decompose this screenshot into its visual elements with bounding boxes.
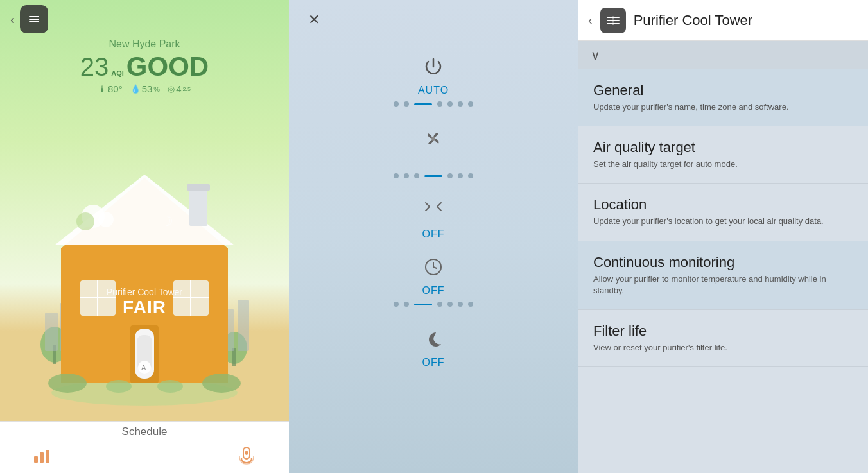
pm-unit: 2.5: [182, 86, 191, 92]
panel1-bottom-bar: Schedule: [0, 421, 289, 473]
expand-chevron[interactable]: ∨: [591, 48, 600, 62]
svg-point-3: [33, 19, 35, 20]
moon-svg-icon: [422, 327, 445, 350]
settings-back-button[interactable]: ‹: [588, 13, 593, 28]
svg-point-40: [106, 380, 132, 393]
weather-info: New Hyde Park 23 AQI GOOD 🌡 80° 💧 53% ◎ …: [0, 39, 289, 94]
sleep-control: OFF: [289, 323, 578, 374]
svg-point-38: [48, 374, 87, 393]
timer-dot-4: [437, 302, 442, 307]
chevron-row[interactable]: ∨: [578, 41, 868, 69]
continuous-monitoring-title: Continuous monitoring: [593, 254, 853, 271]
timer-dot-3-active: [414, 304, 432, 305]
humidity-value: 53: [142, 83, 153, 94]
settings-header: ‹ Purifier Cool Tower: [578, 0, 868, 41]
fan-dot-6: [458, 173, 463, 178]
svg-rect-17: [238, 300, 249, 351]
chart-icon-button[interactable]: [32, 445, 53, 465]
power-icon[interactable]: [418, 51, 449, 82]
settings-title: Purifier Cool Tower: [634, 12, 752, 29]
air-quality-title: Air quality target: [593, 139, 853, 156]
svg-point-53: [612, 19, 614, 21]
remote-icon-button[interactable]: [236, 445, 257, 465]
schedule-label: Schedule: [0, 421, 289, 440]
dyson-nav-icon[interactable]: [20, 5, 48, 33]
temperature-detail: 🌡 80°: [98, 83, 123, 94]
timer-dot-6: [458, 302, 463, 307]
aqi-number: 23: [80, 53, 109, 82]
pm-value: 4: [176, 83, 181, 94]
svg-point-47: [431, 137, 435, 141]
dot-6: [458, 101, 463, 107]
sleep-icon[interactable]: [418, 323, 449, 354]
timer-dot-1: [394, 302, 399, 307]
settings-item-air-quality[interactable]: Air quality target Set the air quality t…: [578, 126, 868, 184]
svg-rect-43: [40, 452, 44, 463]
weather-location: New Hyde Park: [0, 39, 289, 50]
dyson-logo-icon: [26, 12, 42, 27]
filter-life-desc: View or reset your purifier's filter lif…: [593, 342, 853, 354]
timer-dot-5: [447, 302, 453, 307]
weather-details: 🌡 80° 💧 53% ◎ 42.5: [0, 83, 289, 94]
timer-control: OFF: [289, 252, 578, 317]
panel1-nav: ‹: [0, 0, 289, 39]
settings-header-icon: [600, 8, 626, 33]
svg-point-54: [612, 22, 614, 24]
auto-label: AUTO: [418, 85, 449, 96]
svg-rect-46: [245, 451, 248, 455]
svg-rect-14: [45, 313, 58, 351]
svg-rect-21: [189, 187, 207, 226]
power-control: AUTO: [289, 51, 578, 117]
fan-slider-dots[interactable]: [394, 173, 473, 178]
remote-icon: [236, 445, 257, 465]
settings-list: General Update your purifier's name, tim…: [578, 69, 868, 473]
house-illustration: A ☽ Purifier Cool Tower FAIR: [35, 126, 254, 434]
location-desc: Update your purifier's location to get y…: [593, 216, 853, 227]
svg-text:A: A: [141, 364, 146, 372]
power-svg-icon: [422, 55, 445, 78]
controls-list: AUTO .: [289, 51, 578, 380]
panel1-back-arrow[interactable]: ‹: [10, 12, 15, 27]
device-label: Purifier Cool Tower FAIR: [107, 287, 182, 318]
dot-3-active: [414, 103, 432, 105]
humidity-detail: 💧 53%: [130, 83, 160, 94]
settings-item-continuous-monitoring[interactable]: Continuous monitoring Allow your purifie…: [578, 241, 868, 310]
svg-point-36: [98, 212, 114, 227]
svg-point-5: [33, 21, 35, 22]
settings-item-general[interactable]: General Update your purifier's name, tim…: [578, 69, 868, 126]
back-chevron-label: ‹: [588, 13, 593, 28]
device-name: Purifier Cool Tower: [107, 287, 182, 297]
device-status: FAIR: [107, 297, 182, 318]
svg-point-35: [76, 212, 94, 230]
sleep-label: OFF: [422, 357, 445, 368]
filter-life-title: Filter life: [593, 323, 853, 340]
svg-rect-42: [34, 456, 38, 463]
dot-4: [437, 101, 442, 107]
air-quality-desc: Set the air quality target for auto mode…: [593, 159, 853, 170]
timer-svg-icon: [422, 255, 445, 279]
continuous-monitoring-desc: Allow your purifier to monitor temperatu…: [593, 273, 853, 297]
svg-rect-22: [187, 184, 210, 191]
timer-icon[interactable]: [418, 252, 449, 282]
power-slider-dots[interactable]: [394, 101, 473, 107]
close-button[interactable]: ✕: [308, 12, 320, 28]
oscillation-svg-icon: [421, 199, 446, 222]
timer-slider-dots[interactable]: [394, 302, 473, 307]
settings-panel: ‹ Purifier Cool Tower ∨ General Update y…: [578, 0, 868, 473]
settings-item-location[interactable]: Location Update your purifier's location…: [578, 184, 868, 241]
settings-item-filter-life[interactable]: Filter life View or reset your purifier'…: [578, 310, 868, 367]
oscillation-control: OFF: [289, 195, 578, 245]
dot-7: [468, 101, 473, 107]
aqi-quality: GOOD: [126, 51, 209, 82]
oscillation-icon[interactable]: [418, 195, 449, 226]
weather-aqi-row: 23 AQI GOOD: [0, 51, 289, 82]
bottom-icons-row: [0, 440, 289, 473]
fan-icon[interactable]: [418, 123, 449, 154]
svg-point-4: [33, 16, 35, 17]
fan-dot-2: [404, 173, 409, 178]
fan-dot-7: [468, 173, 473, 178]
dot-2: [404, 101, 409, 107]
house-svg: A ☽: [35, 126, 254, 434]
home-panel: ‹ New Hyde Park 23 AQI GOOD 🌡 80°: [0, 0, 289, 473]
oscillation-label: OFF: [422, 228, 445, 240]
